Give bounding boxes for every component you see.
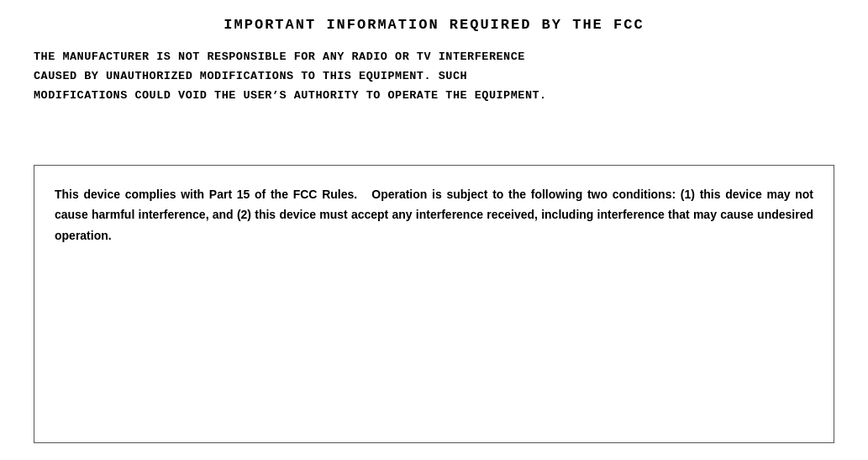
warning-line2: CAUSED BY UNAUTHORIZED MODIFICATIONS TO … (34, 70, 467, 82)
compliance-text: This device complies with Part 15 of the… (55, 184, 813, 246)
page-container: IMPORTANT INFORMATION REQUIRED BY THE FC… (0, 0, 868, 460)
warning-line3: MODIFICATIONS COULD VOID THE USER’S AUTH… (34, 89, 547, 102)
warning-line1: THE MANUFACTURER IS NOT RESPONSIBLE FOR … (34, 50, 525, 63)
warning-text: THE MANUFACTURER IS NOT RESPONSIBLE FOR … (34, 48, 834, 106)
spacer (34, 114, 834, 165)
top-section: IMPORTANT INFORMATION REQUIRED BY THE FC… (34, 17, 834, 114)
main-title: IMPORTANT INFORMATION REQUIRED BY THE FC… (34, 17, 834, 33)
bottom-section: This device complies with Part 15 of the… (34, 165, 834, 443)
